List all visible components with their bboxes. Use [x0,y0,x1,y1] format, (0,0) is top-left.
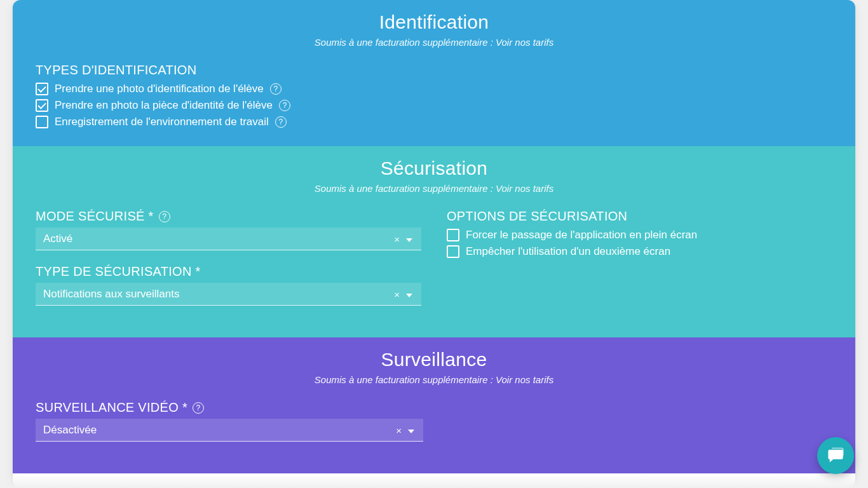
checkbox-label: Empêcher l'utilisation d'un deuxième écr… [466,245,670,258]
clear-icon[interactable]: × [394,288,400,299]
section-subtitle-securisation: Soumis à une facturation supplémentaire … [36,183,832,194]
mode-securise-label: MODE SÉCURISÉ * ? [36,209,421,224]
checkbox-deuxieme-ecran[interactable] [447,245,459,258]
surveillance-video-label: SURVEILLANCE VIDÉO * ? [36,400,832,415]
checkbox-photo-eleve[interactable] [36,83,48,95]
checkbox-environnement[interactable] [36,116,48,128]
securisation-option: Forcer le passage de l'application en pl… [447,229,832,241]
section-title-identification: Identification [36,11,832,33]
section-surveillance: Surveillance Soumis à une facturation su… [13,337,855,473]
securisation-options: Forcer le passage de l'application en pl… [447,229,832,258]
select-surveillance-video[interactable]: Désactivée × [36,419,423,442]
identification-types-title: TYPES D'IDENTIFICATION [36,63,832,78]
clear-icon[interactable]: × [394,233,400,244]
help-icon[interactable]: ? [159,211,170,222]
identification-option: Enregistrement de l'environnement de tra… [36,116,832,128]
help-icon[interactable]: ? [279,100,290,111]
identification-option: Prendre en photo la pièce d'identité de … [36,99,832,112]
securisation-option: Empêcher l'utilisation d'un deuxième écr… [447,245,832,258]
field-mode-securise: MODE SÉCURISÉ * ? Activé × [36,209,421,250]
select-value: Notifications aux surveillants [43,288,179,301]
section-securisation: Sécurisation Soumis à une facturation su… [13,146,855,337]
chevron-down-icon[interactable] [406,289,412,299]
settings-card: Identification Soumis à une facturation … [13,0,855,488]
checkbox-label: Enregistrement de l'environnement de tra… [55,116,269,128]
field-surveillance-video: SURVEILLANCE VIDÉO * ? Désactivée × [36,400,832,442]
help-icon[interactable]: ? [270,83,281,95]
section-subtitle-identification: Soumis à une facturation supplémentaire … [36,37,832,48]
section-subtitle-surveillance: Soumis à une facturation supplémentaire … [36,374,832,385]
chat-button[interactable] [817,437,854,474]
section-identification: Identification Soumis à une facturation … [13,0,855,146]
help-icon[interactable]: ? [275,116,287,128]
select-mode-securise[interactable]: Activé × [36,227,421,250]
select-value: Désactivée [43,424,97,437]
section-title-surveillance: Surveillance [36,349,832,370]
type-securisation-label: TYPE DE SÉCURISATION * [36,264,421,279]
field-type-securisation: TYPE DE SÉCURISATION * Notifications aux… [36,264,421,306]
checkbox-label: Prendre en photo la pièce d'identité de … [55,99,273,112]
identification-options: Prendre une photo d'identification de l'… [36,83,832,128]
chevron-down-icon[interactable] [406,234,412,244]
options-securisation-title: OPTIONS DE SÉCURISATION [447,209,832,224]
section-title-securisation: Sécurisation [36,158,832,179]
select-type-securisation[interactable]: Notifications aux surveillants × [36,283,421,306]
help-icon[interactable]: ? [193,402,204,414]
checkbox-label: Forcer le passage de l'application en pl… [466,229,697,241]
chevron-down-icon[interactable] [408,425,414,435]
checkbox-piece-identite[interactable] [36,99,48,112]
identification-option: Prendre une photo d'identification de l'… [36,83,832,95]
select-value: Activé [43,233,72,245]
checkbox-plein-ecran[interactable] [447,229,459,241]
clear-icon[interactable]: × [396,424,402,435]
chat-icon [827,447,844,464]
checkbox-label: Prendre une photo d'identification de l'… [55,83,264,95]
